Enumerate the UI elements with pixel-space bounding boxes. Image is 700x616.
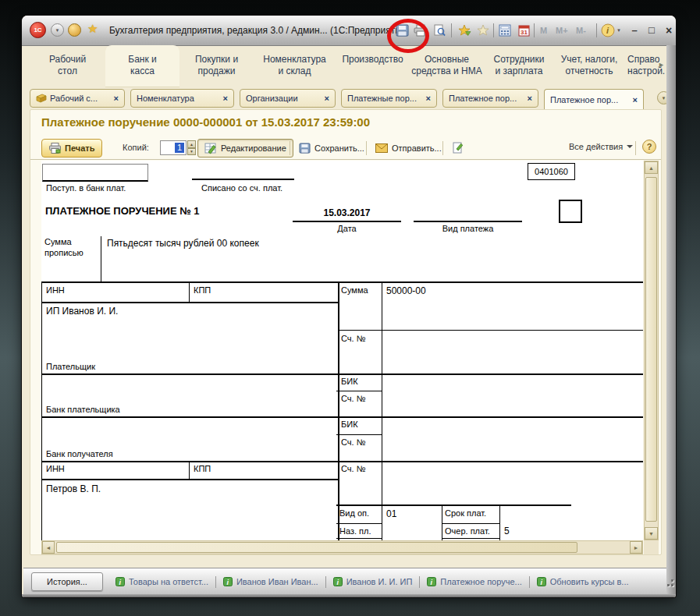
- memory-mplus-button[interactable]: M+: [556, 26, 568, 35]
- section-tab-employees[interactable]: Сотрудникии зарплата: [484, 45, 554, 87]
- service-info-icon: i: [115, 577, 125, 586]
- tab-label: Производство: [342, 54, 403, 65]
- amount-value: 50000-00: [386, 285, 426, 296]
- tabs-overflow-arrow-icon[interactable]: ►: [658, 61, 665, 69]
- section-tab-bank[interactable]: Банк икасса: [105, 45, 179, 87]
- resize-grip[interactable]: [671, 584, 673, 586]
- payment-priority-label: Очер. плат.: [445, 526, 490, 536]
- toolbar-separator: [635, 141, 636, 155]
- memory-m-button[interactable]: M: [540, 26, 547, 35]
- date-label: Дата: [293, 224, 401, 233]
- horizontal-scrollbar[interactable]: ◄ ►: [41, 540, 643, 554]
- app-logo[interactable]: 1С: [30, 22, 46, 38]
- edit-page-button[interactable]: [447, 139, 475, 158]
- main-menu-button[interactable]: ▼: [51, 23, 64, 37]
- taskbar-item[interactable]: i Иванов Иван Иван...: [223, 577, 318, 586]
- doc-tab-desktop[interactable]: Рабочий с... ×: [30, 89, 125, 108]
- all-actions-button[interactable]: Все действия: [569, 142, 633, 151]
- section-tab-purchases[interactable]: Покупки ипродажи: [179, 45, 254, 87]
- maximize-button[interactable]: □: [645, 24, 659, 36]
- border-line: [442, 538, 499, 539]
- history-button[interactable]: История...: [31, 572, 103, 591]
- doc-tab-payment-order-1[interactable]: Платежное пор... ×: [442, 89, 538, 108]
- taskbar-item-label: Обновить курсы в...: [550, 577, 629, 586]
- favorites-star-icon[interactable]: ★: [87, 22, 98, 36]
- border-line: [336, 391, 382, 391]
- taskbar-item[interactable]: i Обновить курсы в...: [537, 577, 629, 586]
- vertical-scroll-thumb[interactable]: [645, 177, 657, 522]
- doc-tab-payment-orders[interactable]: Платежные пор... ×: [341, 89, 437, 108]
- resize-grip[interactable]: [667, 584, 670, 586]
- tab-label: Номенклатура: [263, 54, 326, 65]
- info-button[interactable]: i: [601, 23, 615, 37]
- down-arrow-icon: ▼: [648, 531, 654, 536]
- floppy-icon: [396, 24, 409, 37]
- resize-grip[interactable]: [671, 579, 673, 582]
- close-tab-icon[interactable]: ×: [523, 94, 532, 103]
- print-icon[interactable]: [414, 23, 428, 37]
- doc-tab-label: Рабочий с...: [50, 94, 98, 103]
- close-tab-icon[interactable]: ×: [219, 94, 228, 103]
- save-icon[interactable]: [395, 23, 409, 37]
- section-tab-nomenclature[interactable]: Номенклатураи склад: [254, 45, 336, 87]
- section-tab-accounting[interactable]: Учет, налоги,отчетность: [554, 45, 624, 87]
- scroll-right-button[interactable]: ►: [630, 541, 642, 554]
- toolbar-separator: [596, 23, 597, 37]
- calculator-glyph: [499, 24, 511, 37]
- star-icon: [477, 24, 490, 37]
- section-tab-production[interactable]: Производство: [336, 45, 410, 87]
- taskbar-item[interactable]: i Товары на ответст...: [115, 577, 208, 586]
- close-tab-icon[interactable]: ×: [109, 94, 119, 103]
- border-line: [293, 221, 401, 222]
- doc-tab-payment-order-2[interactable]: Платежное пор... ×: [544, 89, 644, 110]
- border-line: [41, 416, 643, 418]
- tab-label: и зарплата: [496, 65, 543, 76]
- scroll-down-button[interactable]: ▼: [645, 527, 658, 540]
- memory-mminus-button[interactable]: M-: [576, 26, 586, 35]
- favorites-icon[interactable]: [476, 23, 490, 37]
- section-tab-fixed-assets[interactable]: Основныесредства и НМА: [410, 45, 484, 87]
- scroll-up-button[interactable]: ▲: [645, 161, 658, 174]
- taskbar-item[interactable]: i Платежное поруче...: [427, 577, 521, 586]
- calendar-icon[interactable]: 31: [517, 23, 531, 37]
- tab-label: касса: [130, 65, 155, 76]
- scroll-left-button[interactable]: ◄: [42, 541, 55, 554]
- titlebar[interactable]: 1С ▼ ★ Бухгалтерия предприятия, редакция…: [22, 16, 676, 46]
- envelope-icon: [375, 143, 388, 153]
- close-tab-icon[interactable]: ×: [320, 94, 329, 103]
- tab-label: Банк и: [128, 54, 156, 65]
- save-file-button[interactable]: Сохранить...: [294, 139, 369, 158]
- edit-button[interactable]: Редактирование: [197, 139, 293, 158]
- page-magnifier-icon: [433, 24, 446, 37]
- send-button[interactable]: Отправить...: [371, 139, 446, 158]
- close-tab-icon[interactable]: ×: [421, 94, 431, 103]
- add-favorite-icon[interactable]: [457, 23, 471, 37]
- kpp-label: КПП: [194, 285, 211, 295]
- amount-words-label: прописью: [44, 248, 84, 257]
- service-info-icon: i: [333, 577, 343, 586]
- copies-field[interactable]: 1: [160, 140, 187, 155]
- stepper-up-button[interactable]: ▲: [187, 140, 196, 148]
- service-button[interactable]: [68, 23, 81, 37]
- window-frame-bottom: [22, 594, 676, 597]
- payment-order-form[interactable]: Поступ. в банк плат. Списано со сч. плат…: [41, 161, 643, 540]
- stepper-down-button[interactable]: ▼: [187, 148, 196, 156]
- account-label: Сч. №: [341, 394, 365, 403]
- received-label: Поступ. в банк плат.: [46, 183, 126, 193]
- print-button[interactable]: Печать: [41, 139, 102, 158]
- help-button[interactable]: ?: [642, 140, 656, 154]
- close-button[interactable]: ×: [662, 24, 676, 37]
- doc-tab-nomenclature[interactable]: Номенклатура ×: [130, 89, 234, 108]
- minimize-button[interactable]: –: [627, 24, 641, 36]
- taskbar-item[interactable]: i Иванов И. И. ИП: [333, 577, 413, 586]
- doc-tab-label: Платежное пор...: [550, 95, 618, 104]
- send-button-label: Отправить...: [392, 143, 442, 153]
- doc-tab-organizations[interactable]: Организации ×: [240, 89, 336, 108]
- horizontal-scroll-thumb[interactable]: [56, 542, 577, 553]
- calculator-icon[interactable]: [498, 23, 512, 37]
- print-preview-icon[interactable]: [432, 23, 446, 37]
- info-dropdown-icon[interactable]: ▼: [616, 28, 621, 33]
- section-tab-desktop[interactable]: Рабочийстол: [30, 45, 105, 87]
- vertical-scrollbar[interactable]: ▲ ▼: [644, 161, 659, 540]
- close-tab-icon[interactable]: ×: [628, 95, 638, 104]
